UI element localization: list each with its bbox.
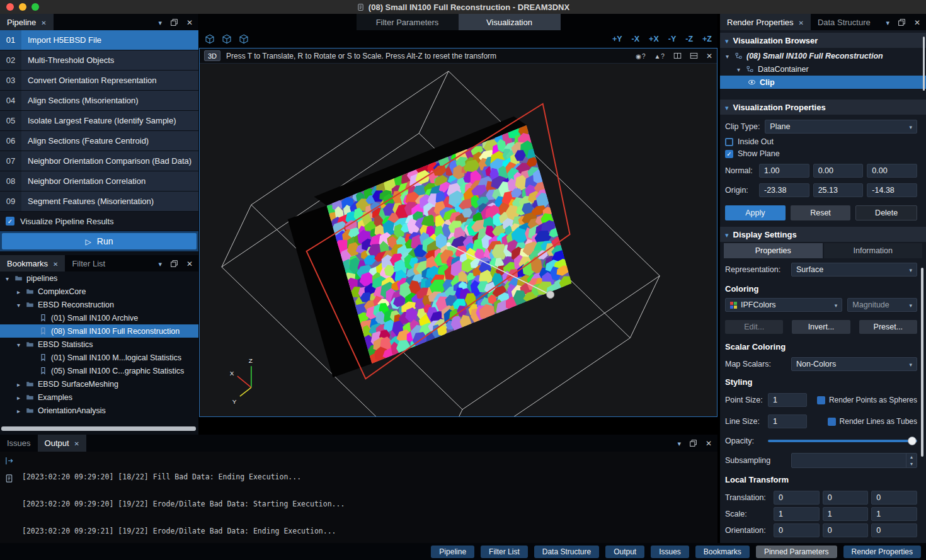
tab-pipeline[interactable]: Pipeline bbox=[0, 14, 54, 30]
pipeline-step[interactable]: 07 Neighbor Orientation Comparison (Bad … bbox=[0, 151, 198, 171]
tab-visualization[interactable]: Visualization bbox=[459, 14, 561, 30]
toggle-output-button[interactable]: Output bbox=[605, 546, 644, 558]
render-points-as-spheres-checkbox[interactable] bbox=[817, 396, 825, 404]
pipeline-step[interactable]: 06 Align Sections (Feature Centroid) bbox=[0, 131, 198, 151]
spin-up-icon[interactable] bbox=[906, 454, 917, 460]
bookmarks-item-crystallographic-statistics[interactable]: (05) Small IN100 C...graphic Statistics bbox=[0, 364, 198, 377]
invert-color-button[interactable]: Invert... bbox=[792, 320, 850, 334]
chevron-down-icon[interactable] bbox=[724, 52, 731, 60]
bookmarks-item-ebsd-reconstruction[interactable]: EBSD Reconstruction bbox=[0, 298, 198, 311]
orientation-z-field[interactable]: 0 bbox=[871, 523, 917, 537]
bookmarks-item-morphological-statistics[interactable]: (01) Small IN100 M...logical Statistics bbox=[0, 351, 198, 364]
origin-x-field[interactable]: -23.38 bbox=[759, 183, 809, 197]
point-size-field[interactable]: 1 bbox=[768, 393, 807, 407]
spin-down-icon[interactable] bbox=[906, 460, 917, 467]
tab-display-properties[interactable]: Properties bbox=[724, 243, 823, 258]
close-tab-icon[interactable] bbox=[41, 18, 46, 27]
toggle-render-properties-button[interactable]: Render Properties bbox=[843, 546, 921, 558]
camera-cube-icon[interactable] bbox=[205, 34, 215, 44]
toggle-issues-button[interactable]: Issues bbox=[651, 546, 689, 558]
display-settings-header[interactable]: Display Settings bbox=[720, 227, 926, 242]
camera-cube-alt-icon[interactable] bbox=[222, 34, 232, 44]
chevron-down-icon[interactable] bbox=[158, 18, 162, 27]
scale-z-field[interactable]: 1 bbox=[871, 507, 917, 521]
copy-log-icon[interactable] bbox=[4, 474, 14, 483]
scale-x-field[interactable]: 1 bbox=[774, 507, 820, 521]
chevron-right-icon[interactable] bbox=[15, 393, 22, 402]
split-horizontal-icon[interactable] bbox=[690, 52, 698, 60]
browser-node-clip[interactable]: Clip bbox=[720, 76, 926, 89]
chevron-right-icon[interactable] bbox=[15, 380, 22, 389]
translation-z-field[interactable]: 0 bbox=[871, 491, 917, 505]
camera-preset-minus-y[interactable]: -Y bbox=[668, 35, 677, 43]
reset-button[interactable]: Reset bbox=[791, 205, 851, 220]
line-size-field[interactable]: 1 bbox=[768, 414, 807, 428]
probe-help-icon[interactable] bbox=[654, 51, 665, 60]
scale-y-field[interactable]: 1 bbox=[823, 507, 869, 521]
subsampling-spinbox[interactable] bbox=[791, 453, 917, 468]
chevron-down-icon[interactable] bbox=[158, 259, 162, 268]
bookmarks-item-examples[interactable]: Examples bbox=[0, 391, 198, 404]
tab-filter-parameters[interactable]: Filter Parameters bbox=[357, 14, 459, 30]
close-panel-icon[interactable] bbox=[706, 438, 712, 448]
render-lines-as-tubes-checkbox[interactable] bbox=[828, 418, 836, 426]
chevron-down-icon[interactable] bbox=[677, 438, 681, 448]
toggle-pinned-parameters-button[interactable]: Pinned Parameters bbox=[756, 546, 837, 558]
translation-y-field[interactable]: 0 bbox=[823, 491, 869, 505]
undock-icon[interactable] bbox=[689, 439, 697, 447]
close-panel-icon[interactable] bbox=[186, 18, 193, 27]
tab-bookmarks[interactable]: Bookmarks bbox=[0, 255, 65, 271]
tab-data-structure[interactable]: Data Structure bbox=[811, 14, 877, 30]
chevron-down-icon[interactable] bbox=[15, 340, 22, 349]
close-panel-icon[interactable] bbox=[186, 259, 193, 268]
camera-preset-minus-z[interactable]: -Z bbox=[685, 35, 693, 43]
view-mode-badge[interactable]: 3D bbox=[204, 50, 220, 61]
camera-cube-stack-icon[interactable] bbox=[239, 34, 249, 44]
3d-scene[interactable]: Z X Y bbox=[200, 64, 717, 416]
toggle-filter-list-button[interactable]: Filter List bbox=[481, 546, 528, 558]
visualization-properties-header[interactable]: Visualization Properties bbox=[720, 100, 926, 115]
pipeline-step[interactable]: 04 Align Sections (Misorientation) bbox=[0, 91, 198, 111]
chevron-right-icon[interactable] bbox=[15, 287, 22, 296]
settings-scrollbar[interactable] bbox=[921, 268, 923, 457]
representation-dropdown[interactable]: Surface bbox=[791, 263, 917, 277]
close-panel-icon[interactable] bbox=[914, 18, 920, 27]
origin-y-field[interactable]: 25.13 bbox=[813, 183, 864, 197]
pipeline-step[interactable]: 08 Neighbor Orientation Correlation bbox=[0, 171, 198, 191]
pipeline-step[interactable]: 01 Import H5EBSD File bbox=[0, 30, 198, 50]
close-tab-icon[interactable] bbox=[74, 438, 79, 448]
tab-render-properties[interactable]: Render Properties bbox=[720, 14, 811, 30]
camera-preset-plus-z[interactable]: +Z bbox=[702, 35, 712, 43]
camera-preset-plus-y[interactable]: +Y bbox=[612, 35, 622, 43]
apply-button[interactable]: Apply bbox=[725, 205, 786, 220]
component-dropdown[interactable]: Magnitude bbox=[847, 298, 917, 312]
normal-y-field[interactable]: 0.00 bbox=[813, 164, 864, 178]
delete-button[interactable]: Delete bbox=[855, 205, 917, 220]
toggle-bookmarks-button[interactable]: Bookmarks bbox=[695, 546, 750, 558]
tab-filter-list[interactable]: Filter List bbox=[65, 255, 112, 271]
undock-icon[interactable] bbox=[170, 260, 178, 268]
bookmarks-item-complexcore[interactable]: ComplexCore bbox=[0, 285, 198, 298]
chevron-down-icon[interactable] bbox=[735, 65, 742, 74]
pipeline-step[interactable]: 05 Isolate Largest Feature (Identify Sam… bbox=[0, 111, 198, 131]
map-scalars-dropdown[interactable]: Non-Colors bbox=[791, 357, 917, 371]
zoom-window-button[interactable] bbox=[31, 3, 39, 11]
normal-x-field[interactable]: 1.00 bbox=[759, 164, 809, 178]
browser-node-datacontainer[interactable]: DataContainer bbox=[720, 62, 926, 76]
browser-node-root[interactable]: (08) Small IN100 Full Reconstruction bbox=[720, 49, 926, 62]
close-tab-icon[interactable] bbox=[799, 18, 804, 27]
inside-out-checkbox[interactable] bbox=[725, 138, 733, 146]
bookmarks-item-ebsd-surfacemeshing[interactable]: EBSD SurfaceMeshing bbox=[0, 377, 198, 391]
horizontal-scrollbar[interactable] bbox=[1, 426, 196, 431]
tab-output[interactable]: Output bbox=[38, 435, 86, 452]
export-log-icon[interactable] bbox=[4, 456, 14, 466]
slider-thumb[interactable] bbox=[908, 437, 917, 445]
chevron-down-icon[interactable] bbox=[15, 300, 22, 309]
preset-color-button[interactable]: Preset... bbox=[859, 320, 917, 334]
orientation-x-field[interactable]: 0 bbox=[774, 523, 820, 537]
browser-scrollbar[interactable] bbox=[923, 37, 925, 91]
picker-help-icon[interactable] bbox=[636, 51, 646, 60]
eye-icon[interactable] bbox=[748, 78, 756, 86]
pipeline-step[interactable]: 03 Convert Orientation Representation bbox=[0, 71, 198, 91]
translation-x-field[interactable]: 0 bbox=[774, 491, 820, 505]
